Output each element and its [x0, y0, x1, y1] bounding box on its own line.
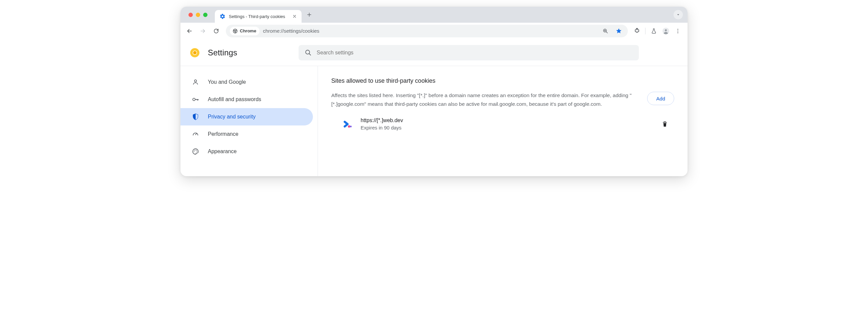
window-controls	[188, 13, 208, 17]
svg-point-16	[194, 150, 195, 150]
reload-button[interactable]	[211, 25, 222, 37]
add-button[interactable]: Add	[647, 92, 674, 105]
site-url-text: https://[*.]web.dev	[361, 117, 651, 123]
palette-icon	[192, 148, 199, 155]
site-expiry-text: Expires in 90 days	[361, 125, 651, 130]
search-icon	[305, 49, 312, 56]
search-settings-input[interactable]	[317, 50, 633, 56]
menu-icon[interactable]	[673, 26, 683, 36]
svg-point-15	[194, 151, 194, 151]
key-icon	[192, 96, 199, 103]
section-description: Affects the sites listed here. Inserting…	[331, 91, 637, 108]
window-maximize-button[interactable]	[203, 13, 208, 17]
sidebar-item-label: Appearance	[208, 148, 237, 154]
settings-header: Settings	[181, 39, 687, 66]
site-chip[interactable]: Chrome	[230, 27, 259, 35]
trash-icon	[661, 121, 668, 127]
svg-point-14	[193, 98, 195, 100]
new-tab-button[interactable]	[304, 10, 314, 20]
chrome-icon	[232, 28, 238, 34]
site-chip-label: Chrome	[240, 28, 256, 33]
settings-sidebar: You and Google Autofill and passwords Pr…	[181, 66, 318, 176]
tab-strip: Settings - Third-party cookies	[181, 7, 687, 23]
svg-point-11	[193, 51, 196, 54]
svg-point-13	[194, 80, 196, 82]
speedometer-icon	[192, 130, 199, 138]
toolbar-separator	[645, 28, 646, 34]
forward-button[interactable]	[197, 25, 209, 37]
sidebar-item-privacy-security[interactable]: Privacy and security	[181, 108, 313, 125]
tab-title: Settings - Third-party cookies	[229, 14, 288, 19]
close-tab-button[interactable]	[291, 13, 298, 19]
profile-icon[interactable]	[661, 26, 671, 36]
svg-point-6	[678, 29, 679, 30]
svg-point-20	[350, 125, 351, 127]
section-title: Sites allowed to use third-party cookies	[331, 78, 674, 84]
sidebar-item-label: Autofill and passwords	[208, 96, 261, 103]
zoom-icon[interactable]	[600, 26, 611, 36]
extensions-icon[interactable]	[632, 26, 642, 36]
browser-tab[interactable]: Settings - Third-party cookies	[215, 10, 302, 23]
page-title: Settings	[208, 48, 237, 57]
sidebar-item-label: You and Google	[208, 79, 246, 85]
allowed-site-row: https://[*.]web.dev Expires in 90 days	[331, 117, 674, 130]
sidebar-item-performance[interactable]: Performance	[181, 125, 313, 143]
delete-site-button[interactable]	[659, 118, 671, 130]
tab-search-button[interactable]	[674, 10, 683, 19]
chrome-logo-icon	[190, 48, 200, 58]
browser-window: Settings - Third-party cookies Chrome	[181, 7, 687, 176]
settings-main: Sites allowed to use third-party cookies…	[318, 66, 687, 176]
svg-point-18	[196, 151, 197, 151]
sidebar-item-autofill[interactable]: Autofill and passwords	[181, 91, 313, 108]
window-minimize-button[interactable]	[196, 13, 200, 17]
labs-icon[interactable]	[649, 26, 659, 36]
svg-point-5	[665, 29, 667, 31]
svg-point-7	[678, 30, 679, 31]
settings-body: You and Google Autofill and passwords Pr…	[181, 66, 687, 176]
person-icon	[192, 79, 199, 86]
address-bar[interactable]: Chrome chrome://settings/cookies	[226, 25, 628, 37]
search-settings-field[interactable]	[299, 45, 639, 60]
site-favicon-icon	[343, 119, 352, 129]
sidebar-item-label: Performance	[208, 131, 239, 137]
shield-icon	[192, 113, 199, 120]
back-button[interactable]	[184, 25, 195, 37]
svg-point-19	[348, 125, 350, 127]
svg-point-17	[196, 150, 196, 150]
bookmark-star-icon[interactable]	[614, 26, 624, 36]
window-close-button[interactable]	[188, 13, 193, 17]
sidebar-item-you-and-google[interactable]: You and Google	[181, 74, 313, 91]
svg-point-8	[678, 32, 679, 33]
sidebar-item-appearance[interactable]: Appearance	[181, 143, 313, 160]
sidebar-item-label: Privacy and security	[208, 114, 255, 120]
gear-icon	[219, 13, 225, 19]
browser-toolbar: Chrome chrome://settings/cookies	[181, 23, 687, 39]
url-text: chrome://settings/cookies	[263, 28, 597, 34]
